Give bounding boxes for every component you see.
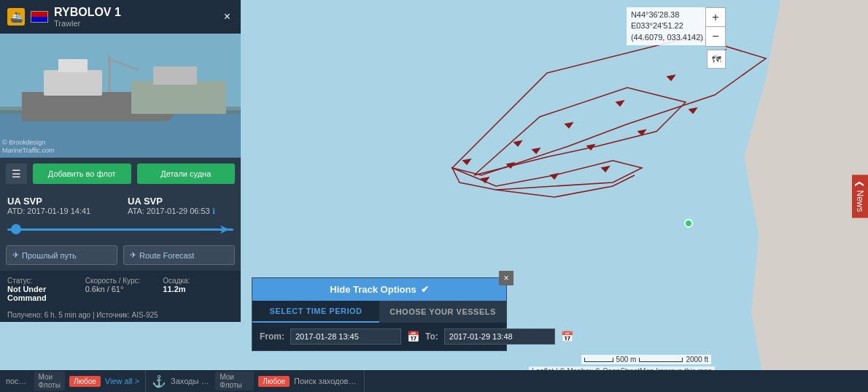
svg-rect-23 bbox=[131, 81, 226, 114]
scale-label-ft: 2000 ft bbox=[686, 356, 708, 364]
draft-col: Осадка: 11.2m bbox=[163, 277, 233, 302]
ata-label-value: ATA: 2017-01-29 06:53 ℹ bbox=[128, 207, 233, 216]
tab-time-period[interactable]: SELECT TIME PERIOD bbox=[252, 301, 379, 323]
draft-value: 11.2m bbox=[163, 285, 233, 293]
timeline-line bbox=[7, 228, 233, 231]
news-label: News bbox=[855, 190, 865, 212]
scale-bar-ft bbox=[639, 358, 683, 362]
news-tab[interactable]: ❮ News bbox=[852, 174, 868, 218]
zoom-in-button[interactable]: + bbox=[706, 8, 725, 27]
timeline-container: ➤ bbox=[0, 219, 241, 242]
coord-lat: N44°36'28.38 bbox=[631, 9, 703, 20]
arrival-port-value: UA SVP bbox=[128, 196, 233, 207]
svg-marker-0 bbox=[463, 159, 470, 164]
from-calendar-icon[interactable]: 📅 bbox=[407, 331, 419, 342]
speed-value: 0.6kn / 61° bbox=[85, 285, 156, 293]
from-label: From: bbox=[260, 331, 284, 342]
any-tag-2[interactable]: Любое bbox=[258, 376, 290, 387]
timeline-thumb[interactable] bbox=[11, 224, 21, 234]
draft-label: Осадка: bbox=[163, 277, 233, 285]
route-forecast-button[interactable]: ✈ Route Forecast bbox=[123, 245, 235, 265]
to-calendar-icon[interactable]: 📅 bbox=[561, 331, 573, 342]
menu-button[interactable]: ☰ bbox=[6, 164, 27, 184]
svg-marker-6 bbox=[689, 108, 697, 113]
map-layers-button[interactable]: 🗺 bbox=[707, 50, 726, 69]
close-panel-button[interactable]: × bbox=[221, 10, 233, 23]
svg-marker-1 bbox=[514, 141, 522, 146]
track-options-close-button[interactable]: × bbox=[499, 271, 514, 285]
svg-rect-24 bbox=[153, 66, 197, 85]
tab-choose-vessels[interactable]: CHOOSE YOUR VESSELS bbox=[379, 301, 506, 323]
vessel-name: RYBOLOV 1 bbox=[54, 6, 215, 19]
svg-marker-12 bbox=[602, 166, 609, 172]
svg-rect-19 bbox=[44, 70, 102, 96]
scale-bar-m bbox=[584, 358, 613, 362]
to-label: To: bbox=[425, 331, 438, 342]
view-all-link[interactable]: View all > bbox=[105, 377, 139, 385]
speed-label: Скорость / Курс: bbox=[85, 277, 156, 285]
route-forecast-icon: ✈ bbox=[130, 250, 136, 260]
vessel-flag bbox=[31, 11, 48, 23]
arrival-port: UA SVP ATA: 2017-01-29 06:53 ℹ bbox=[128, 196, 233, 216]
svg-rect-20 bbox=[58, 59, 88, 72]
timeline-track[interactable]: ➤ bbox=[7, 222, 233, 237]
news-chevron: ❮ bbox=[855, 180, 865, 188]
last-fleet-label: последние ф... bbox=[6, 377, 30, 385]
track-options-panel: × Hide Track Options ✔ SELECT TIME PERIO… bbox=[252, 277, 507, 351]
atd-label: ATD: bbox=[7, 207, 25, 215]
track-options-tabs: SELECT TIME PERIOD CHOOSE YOUR VESSELS bbox=[252, 301, 506, 323]
search-port-label: Поиск заходов в пор... bbox=[294, 377, 358, 385]
add-to-fleet-button[interactable]: Добавить во флот bbox=[33, 164, 131, 184]
port-info: UA SVP ATD: 2017-01-19 14:41 UA SVP ATA:… bbox=[0, 190, 241, 219]
timeline-arrow: ➤ bbox=[219, 221, 230, 237]
to-date-input[interactable] bbox=[444, 328, 555, 345]
hide-track-chevron: ✔ bbox=[421, 284, 429, 295]
coord-lon: E033°24'51.22 bbox=[631, 20, 703, 31]
svg-marker-13 bbox=[481, 177, 489, 182]
hide-track-label: Hide Track Options bbox=[330, 284, 416, 295]
from-date-input[interactable] bbox=[290, 328, 401, 345]
speed-col: Скорость / Курс: 0.6kn / 61° bbox=[85, 277, 156, 302]
departure-port-value: UA SVP bbox=[7, 196, 113, 207]
scale-indicator: 500 m 2000 ft bbox=[581, 355, 711, 364]
vessel-details-button[interactable]: Детали судна bbox=[137, 164, 236, 184]
any-tag-1[interactable]: Любое bbox=[69, 376, 101, 387]
bottom-bar: последние ф... Мои Флоты Любое View all … bbox=[0, 370, 868, 392]
zoom-out-button[interactable]: − bbox=[706, 27, 725, 46]
from-to-row: From: 📅 To: 📅 bbox=[252, 323, 506, 350]
atd-value: 2017-01-19 14:41 bbox=[27, 207, 90, 215]
ata-info-icon: ℹ bbox=[212, 207, 215, 215]
hide-track-button[interactable]: Hide Track Options ✔ bbox=[252, 278, 506, 301]
left-panel: 🚢 RYBOLOV 1 Trawler × bbox=[0, 0, 241, 322]
port-calls-label: Заходы в по... bbox=[171, 377, 211, 385]
ata-label: ATA: bbox=[128, 207, 144, 215]
past-route-label: Прошлый путь bbox=[22, 251, 77, 260]
svg-marker-8 bbox=[587, 145, 594, 150]
past-route-icon: ✈ bbox=[12, 250, 19, 260]
scale-label-m: 500 m bbox=[616, 356, 637, 364]
svg-marker-9 bbox=[532, 148, 540, 153]
status-label: Статус: bbox=[7, 277, 78, 285]
svg-marker-10 bbox=[507, 163, 514, 168]
atd-label-value: ATD: 2017-01-19 14:41 bbox=[7, 207, 113, 215]
my-fleets-tag-1[interactable]: Мои Флоты bbox=[34, 372, 65, 391]
land-mass bbox=[722, 0, 868, 392]
ata-value: 2017-01-29 06:53 bbox=[147, 207, 210, 215]
my-fleets-tag-2[interactable]: Мои Флоты bbox=[215, 372, 254, 391]
coord-decimal: (44.6079, 033.4142) bbox=[631, 32, 703, 43]
vessel-image: © BrookdesignMarineTraffic.com bbox=[0, 34, 241, 158]
received-info: Получено: 6 h. 5 min ago | Источник: AIS… bbox=[0, 308, 241, 322]
action-buttons: ☰ Добавить во флот Детали судна bbox=[0, 158, 241, 190]
zoom-controls: + − bbox=[705, 7, 726, 47]
bottom-section-2: ⚓ Заходы в по... Мои Флоты Любое Поиск з… bbox=[146, 370, 365, 392]
track-options-header: × Hide Track Options ✔ bbox=[252, 278, 506, 301]
svg-marker-3 bbox=[616, 101, 624, 106]
svg-marker-11 bbox=[551, 174, 558, 179]
status-col: Статус: Not Under Command bbox=[7, 277, 78, 302]
status-info: Статус: Not Under Command Скорость / Кур… bbox=[0, 271, 241, 308]
past-route-button[interactable]: ✈ Прошлый путь bbox=[6, 245, 117, 265]
svg-marker-7 bbox=[638, 130, 646, 135]
image-credit: © BrookdesignMarineTraffic.com bbox=[2, 139, 55, 155]
vessel-type-icon: 🚢 bbox=[7, 8, 25, 26]
coord-display: N44°36'28.38 E033°24'51.22 (44.6079, 033… bbox=[627, 7, 708, 45]
